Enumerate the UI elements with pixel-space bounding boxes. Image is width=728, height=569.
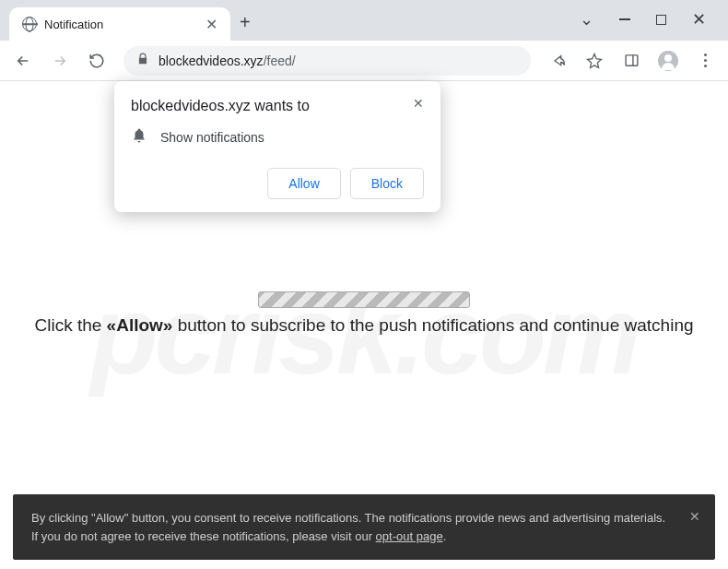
bookmark-star-icon[interactable]: [579, 45, 610, 77]
chevron-down-icon[interactable]: ⌄: [580, 9, 593, 30]
block-button[interactable]: Block: [350, 168, 424, 199]
address-bar[interactable]: blockedvideos.xyz/feed/: [123, 46, 531, 76]
bell-icon: [131, 127, 147, 148]
maximize-button[interactable]: [656, 15, 666, 25]
menu-button[interactable]: [689, 45, 721, 77]
profile-avatar[interactable]: [652, 45, 684, 77]
back-button[interactable]: [7, 45, 39, 77]
tab-close-icon[interactable]: ✕: [202, 14, 221, 35]
forward-button[interactable]: [44, 45, 76, 77]
instruction-text: Click the «Allow» button to subscribe to…: [0, 315, 728, 336]
prompt-line: Show notifications: [160, 130, 264, 145]
side-panel-icon[interactable]: [616, 45, 647, 77]
prompt-close-icon[interactable]: ✕: [409, 92, 428, 114]
prompt-title: blockedvideos.xyz wants to: [131, 98, 424, 114]
window-titlebar: Notification ✕ + ⌄ ✕: [0, 0, 728, 41]
url-text: blockedvideos.xyz/feed/: [159, 53, 296, 68]
allow-button[interactable]: Allow: [267, 168, 340, 199]
minimize-button[interactable]: [619, 18, 630, 20]
browser-toolbar: blockedvideos.xyz/feed/: [0, 41, 728, 81]
new-tab-button[interactable]: +: [240, 12, 251, 33]
opt-out-link[interactable]: opt-out page: [376, 529, 443, 543]
loading-bar: [258, 291, 470, 308]
banner-close-icon[interactable]: ✕: [689, 507, 700, 527]
browser-tab[interactable]: Notification ✕: [9, 7, 230, 41]
tab-title: Notification: [44, 18, 194, 31]
lock-icon: [136, 53, 149, 69]
share-icon[interactable]: [542, 45, 573, 77]
consent-banner: By clicking "Allow" button, you consent …: [13, 494, 715, 560]
close-window-button[interactable]: ✕: [692, 9, 706, 30]
window-controls: ⌄ ✕: [580, 9, 728, 41]
permission-prompt: ✕ blockedvideos.xyz wants to Show notifi…: [114, 81, 440, 212]
svg-rect-0: [626, 55, 638, 65]
globe-icon: [22, 17, 37, 31]
reload-button[interactable]: [81, 45, 112, 77]
